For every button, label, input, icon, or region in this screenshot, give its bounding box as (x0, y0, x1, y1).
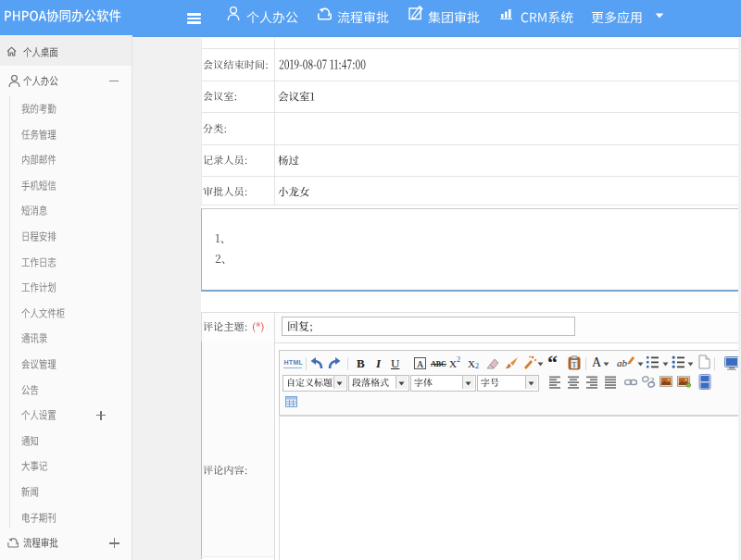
svg-text:T: T (572, 361, 577, 369)
svg-text:A: A (417, 359, 424, 369)
svg-text:?: ? (650, 376, 654, 385)
